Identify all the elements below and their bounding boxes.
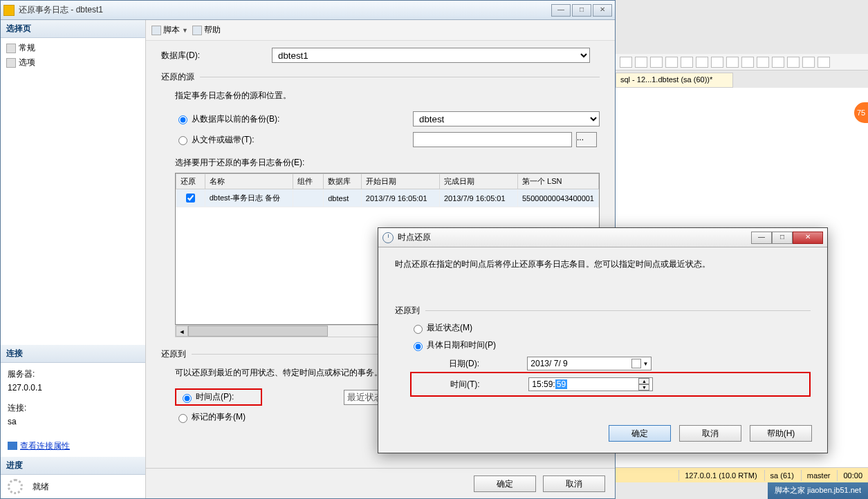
sub-minimize-button[interactable]: — xyxy=(751,232,772,244)
from-prev-backup-radio[interactable] xyxy=(178,115,187,124)
sub-maximize-button[interactable]: □ xyxy=(772,232,793,244)
nav-section-connection: 连接 xyxy=(1,345,145,363)
highlight-point-in-time: 时间点(P): xyxy=(175,388,262,406)
dialog-footer: 确定 取消 xyxy=(146,468,615,498)
watermark: 脚本之家 jiaoben.jb51.net xyxy=(768,482,868,499)
sub-cancel-button[interactable]: 取消 xyxy=(679,425,741,442)
date-label: 日期(D): xyxy=(449,358,525,370)
specific-datetime-radio[interactable] xyxy=(414,342,423,351)
col-db[interactable]: 数据库 xyxy=(324,174,362,189)
sub-restore-to-label: 还原到 xyxy=(395,305,420,317)
view-connection-props-link[interactable]: 查看连接属性 xyxy=(20,441,70,451)
time-seconds-selected[interactable]: 59 xyxy=(555,379,567,389)
page-icon xyxy=(6,58,16,68)
app-icon xyxy=(3,5,15,16)
time-label: 时间(T): xyxy=(450,379,526,390)
row-restore-checkbox[interactable] xyxy=(186,194,195,203)
background-toolbar xyxy=(616,54,868,70)
col-end[interactable]: 完成日期 xyxy=(439,174,517,189)
page-icon xyxy=(6,44,16,53)
clock-icon xyxy=(382,232,394,243)
nav-section-progress: 进度 xyxy=(1,457,145,475)
chevron-down-icon: ▼ xyxy=(182,27,188,34)
maximize-button[interactable]: □ xyxy=(572,4,591,17)
help-button[interactable]: 帮助 xyxy=(192,24,221,36)
col-name[interactable]: 名称 xyxy=(205,174,293,189)
status-rows: 00:00 xyxy=(837,470,868,481)
help-icon xyxy=(192,26,202,35)
database-label: 数据库(D): xyxy=(161,50,272,62)
browse-button[interactable]: ... xyxy=(576,132,597,147)
point-in-time-dialog: 时点还原 — □ ✕ 时点还原在指定的时间点后将停止还原事务日志条目。您可以指定… xyxy=(378,227,828,453)
from-file-label: 从文件或磁带(T): xyxy=(192,134,413,146)
database-select[interactable]: dbtest1 xyxy=(272,48,590,63)
server-value: 127.0.0.1 xyxy=(8,381,138,395)
calendar-icon[interactable] xyxy=(631,359,641,368)
progress-status: 就绪 xyxy=(33,481,49,493)
col-start[interactable]: 开始日期 xyxy=(361,174,439,189)
time-input[interactable]: 15:59:59 ▲▼ xyxy=(528,377,653,391)
background-tab[interactable]: sql - 12...1.dbtest (sa (60))* xyxy=(616,73,733,88)
server-label: 服务器: xyxy=(8,367,138,381)
specific-datetime-label: 具体日期和时间(P) xyxy=(427,339,496,351)
table-row[interactable]: dbtest-事务日志 备份 dbtest 2013/7/9 16:05:01 … xyxy=(176,189,599,207)
minimize-button[interactable]: — xyxy=(551,4,571,17)
connection-value: sa xyxy=(8,415,138,429)
link-icon xyxy=(8,442,17,450)
from-file-radio[interactable] xyxy=(178,136,187,145)
nav-item-options[interactable]: 选项 xyxy=(1,55,145,70)
file-path-input xyxy=(413,132,572,147)
col-restore[interactable]: 还原 xyxy=(176,174,205,189)
most-recent-radio[interactable] xyxy=(414,325,423,334)
left-nav: 选择页 常规 选项 连接 服务器: 127.0.0.1 连接: sa 查看连接属… xyxy=(1,20,146,498)
time-spin-up[interactable]: ▲ xyxy=(638,378,649,384)
script-button[interactable]: 脚本▼ xyxy=(151,24,188,36)
sub-close-button[interactable]: ✕ xyxy=(793,232,823,244)
status-db: master xyxy=(801,470,836,481)
from-prev-backup-label: 从数据库以前的备份(B): xyxy=(192,113,413,125)
status-ip: 127.0.0.1 (10.0 RTM) xyxy=(678,470,762,481)
nav-section-select-page: 选择页 xyxy=(1,20,145,38)
col-lsn[interactable]: 第一个 LSN xyxy=(517,174,598,189)
chevron-down-icon[interactable]: ▼ xyxy=(643,361,648,367)
highlight-time-row: 时间(T): 15:59:59 ▲▼ xyxy=(410,372,811,397)
select-backups-label: 选择要用于还原的事务日志备份(E): xyxy=(175,157,600,169)
status-user: sa (61) xyxy=(764,470,800,481)
dialog-toolbar: 脚本▼ 帮助 xyxy=(146,20,615,41)
time-spin-down[interactable]: ▼ xyxy=(638,384,649,390)
cancel-button[interactable]: 取消 xyxy=(543,476,605,492)
scroll-left-button[interactable]: ◄ xyxy=(176,326,188,337)
sub-help-button[interactable]: 帮助(H) xyxy=(750,425,812,442)
col-component[interactable]: 组件 xyxy=(293,174,323,189)
source-desc: 指定事务日志备份的源和位置。 xyxy=(175,90,600,102)
most-recent-label: 最近状态(M) xyxy=(427,322,472,334)
sub-ok-button[interactable]: 确定 xyxy=(609,425,671,442)
point-in-time-radio[interactable] xyxy=(183,394,192,403)
ok-button[interactable]: 确定 xyxy=(474,476,536,492)
point-in-time-label: 时间点(P): xyxy=(196,391,258,403)
scroll-thumb[interactable] xyxy=(188,326,328,337)
marked-txn-label: 标记的事务(M) xyxy=(192,411,246,423)
sub-desc: 时点还原在指定的时间点后将停止还原事务日志条目。您可以指定时间点或最近状态。 xyxy=(395,258,811,270)
prev-backup-select[interactable]: dbtest xyxy=(413,111,600,126)
close-button[interactable]: ✕ xyxy=(593,4,612,17)
script-icon xyxy=(151,26,161,35)
progress-spinner-icon xyxy=(8,479,23,494)
nav-item-general[interactable]: 常规 xyxy=(1,41,145,55)
sub-footer: 确定 取消 帮助(H) xyxy=(378,417,827,453)
titlebar[interactable]: 还原事务日志 - dbtest1 — □ ✕ xyxy=(1,1,615,20)
restore-to-group-label: 还原到 xyxy=(161,348,186,360)
date-input[interactable]: 2013/ 7/ 9 ▼ xyxy=(527,357,652,370)
connection-label: 连接: xyxy=(8,401,138,415)
sub-window-title: 时点还原 xyxy=(398,232,751,243)
sub-titlebar[interactable]: 时点还原 — □ ✕ xyxy=(378,228,827,247)
window-title: 还原事务日志 - dbtest1 xyxy=(19,4,550,16)
marked-txn-radio[interactable] xyxy=(178,414,187,423)
source-group-label: 还原的源 xyxy=(161,71,194,83)
